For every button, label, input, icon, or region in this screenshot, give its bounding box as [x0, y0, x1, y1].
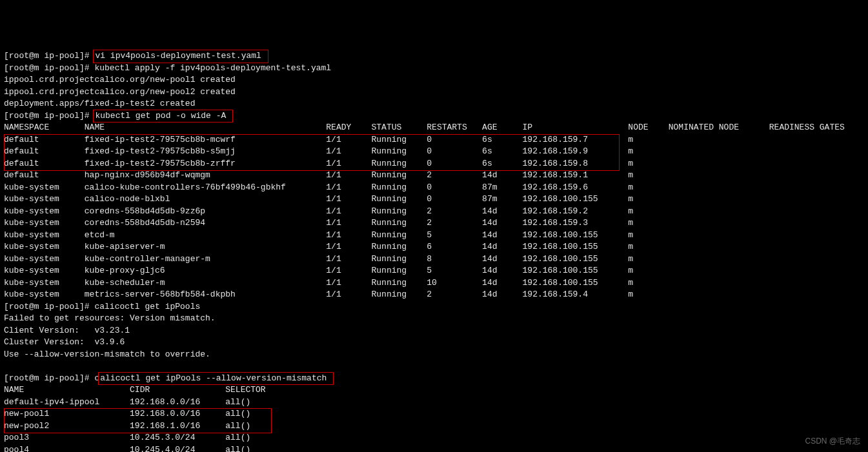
pod-table-header: NAMESPACE NAME READY STATUS RESTARTS AGE… — [4, 122, 864, 134]
pod-row: default fixed-ip-test2-79575cb8b-s5mjj 1… — [4, 146, 864, 158]
pod-row: default hap-nginx-d956b94df-wqmgm 1/1 Ru… — [4, 170, 864, 182]
prompt: [root@m ip-pool]# — [4, 51, 94, 61]
output-created-0: ippool.crd.projectcalico.org/new-pool1 c… — [4, 74, 864, 86]
pod-row: kube-system kube-proxy-gljc6 1/1 Running… — [4, 265, 864, 277]
prompt: [root@m ip-pool]# — [4, 302, 94, 311]
error-line-1: Client Version: v3.23.1 — [4, 325, 864, 337]
watermark: CSDN @毛奇志 — [805, 435, 860, 447]
pod-row: kube-system metrics-server-568bfb584-dkp… — [4, 289, 864, 301]
ippool-row: default-ipv4-ippool 192.168.0.0/16 all() — [4, 397, 864, 409]
cmd-apply: kubectl apply -f ipv4pools-deployment-te… — [94, 63, 331, 73]
cmd-calicoctl2: alicoctl get ipPools --allow-version-mis… — [98, 372, 334, 386]
output-created-1: ippool.crd.projectcalico.org/new-pool2 c… — [4, 86, 864, 99]
prompt: [root@m ip-pool]# — [4, 63, 94, 73]
pod-row: default fixed-ip-test2-79575cb8b-zrffr 1… — [4, 158, 864, 170]
ippool-header: NAME CIDR SELECTOR — [4, 384, 864, 397]
ippool-row: pool4 10.245.4.0/24 all() — [4, 444, 864, 453]
pod-row: kube-system calico-node-blxbl 1/1 Runnin… — [4, 193, 864, 206]
pod-row: kube-system etcd-m 1/1 Running 5 14d 192… — [4, 230, 864, 242]
pod-row: kube-system calico-kube-controllers-76bf… — [4, 182, 864, 194]
cmd-getpod: kubectl get pod -o wide -A — [93, 110, 233, 123]
blank — [4, 360, 864, 373]
error-line-2: Cluster Version: v3.9.6 — [4, 337, 864, 349]
cmd-vi: vi ipv4pools-deployment-test.yaml — [93, 50, 268, 63]
pod-row: kube-system kube-controller-manager-m 1/… — [4, 253, 864, 266]
pod-row: default fixed-ip-test2-79575cb8b-mcwrf 1… — [4, 134, 864, 146]
prompt: [root@m ip-pool]# — [4, 111, 94, 121]
terminal-output[interactable]: [root@m ip-pool]# vi ipv4pools-deploymen… — [4, 50, 864, 452]
pod-row: kube-system kube-scheduler-m 1/1 Running… — [4, 277, 864, 290]
ippool-row: pool3 10.245.3.0/24 all() — [4, 432, 864, 444]
ippool-row: new-pool2 192.168.1.0/16 all() — [4, 420, 864, 433]
ippool-row: new-pool1 192.168.0.0/16 all() — [4, 408, 864, 420]
pod-row: kube-system kube-apiserver-m 1/1 Running… — [4, 241, 864, 253]
pod-row: kube-system coredns-558bd4d5db-n2594 1/1… — [4, 217, 864, 230]
error-line-0: Failed to get resources: Version mismatc… — [4, 313, 864, 325]
prompt: [root@m ip-pool]# — [4, 373, 94, 383]
error-line-3: Use --allow-version-mismatch to override… — [4, 349, 864, 361]
cmd-calicoctl1: calicoctl get ipPools — [94, 302, 200, 311]
pod-row: kube-system coredns-558bd4d5db-9zz6p 1/1… — [4, 206, 864, 218]
output-created-2: deployment.apps/fixed-ip-test2 created — [4, 98, 864, 110]
